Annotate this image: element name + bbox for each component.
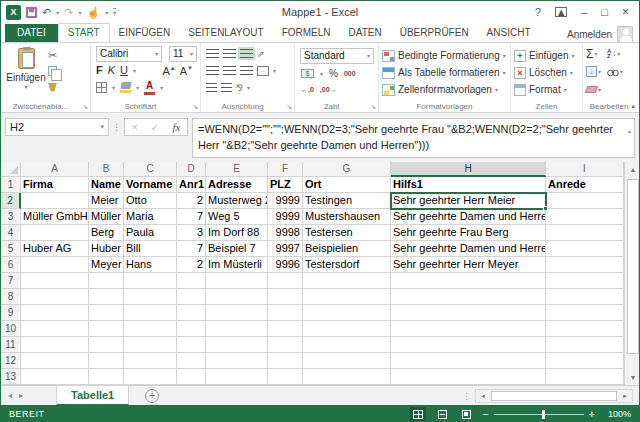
user-avatar-icon[interactable] [617, 26, 633, 42]
copy-icon[interactable] [48, 66, 57, 76]
sign-in-area[interactable]: Anmelden [567, 26, 639, 42]
cells-button-einfügen[interactable]: +Einfügen▾ [514, 47, 579, 64]
tab-überprüfen[interactable]: ÜBERPRÜFEN [391, 24, 478, 42]
orientation-icon[interactable]: ⇗ [257, 49, 265, 59]
minimize-button[interactable]: – [581, 7, 587, 18]
autosum-button[interactable]: Σ▾ [586, 47, 601, 60]
column-header-b[interactable]: B [89, 162, 124, 177]
cell-d12[interactable] [177, 353, 206, 369]
save-icon[interactable] [26, 7, 37, 18]
paste-dropdown-icon[interactable]: ▾ [24, 83, 27, 90]
scroll-right-icon[interactable]: ▸ [618, 392, 632, 400]
cell-c8[interactable] [124, 289, 177, 305]
cell-h3[interactable]: Sehr geehrte Damen und Herren [391, 209, 546, 225]
vertical-scroll-thumb[interactable] [627, 179, 639, 354]
cell-e10[interactable] [206, 321, 268, 337]
font-color-dropdown-icon[interactable]: ▾ [160, 84, 163, 91]
zoom-slider[interactable] [494, 414, 584, 415]
grow-font-button[interactable]: A▲ [162, 65, 175, 77]
column-header-c[interactable]: C [124, 162, 177, 177]
row-header-9[interactable]: 9 [1, 305, 21, 321]
dialog-launcher-icon[interactable]: ↘ [286, 103, 292, 111]
cell-e4[interactable]: Im Dorf 88 [206, 225, 268, 241]
cell-e3[interactable]: Weg 5 [206, 209, 268, 225]
cell-i2[interactable] [546, 193, 624, 209]
formula-bar-collapse-icon[interactable]: ▴ [628, 123, 631, 139]
cell-g2[interactable]: Testingen [303, 193, 391, 209]
zoom-slider-thumb[interactable] [542, 410, 545, 419]
cell-i4[interactable] [546, 225, 624, 241]
row-header-3[interactable]: 3 [1, 209, 21, 225]
increase-indent-icon[interactable] [221, 83, 232, 92]
zoom-level-label[interactable]: 100% [603, 409, 631, 419]
cell-f11[interactable] [268, 337, 303, 353]
cell-g1[interactable]: Ort [303, 177, 391, 193]
tab-scroll-splitter[interactable]: ⋮ [462, 391, 471, 401]
align-top-icon[interactable] [206, 49, 219, 58]
font-size-select[interactable]: 11▾ [169, 46, 197, 62]
cell-e6[interactable]: Im Müsterli [206, 257, 268, 273]
view-page-layout-button[interactable] [434, 407, 450, 421]
cell-a2[interactable] [21, 193, 89, 209]
cell-e2[interactable]: Musterweg 2 [206, 193, 268, 209]
align-middle-icon[interactable] [223, 49, 236, 58]
scroll-down-icon[interactable]: ▼ [625, 370, 640, 385]
clear-button[interactable]: ▾ [586, 83, 601, 96]
cell-b13[interactable] [89, 369, 124, 385]
cell-a7[interactable] [21, 273, 89, 289]
cell-i1[interactable]: Anrede [546, 177, 624, 193]
align-center-icon[interactable] [223, 66, 236, 75]
align-left-icon[interactable] [206, 66, 219, 75]
align-right-icon[interactable] [240, 66, 253, 75]
dialog-launcher-icon[interactable]: ↘ [192, 103, 198, 111]
row-header-1[interactable]: 1 [1, 177, 21, 193]
fill-color-icon[interactable] [120, 82, 131, 93]
cell-d3[interactable]: 7 [177, 209, 206, 225]
scroll-left-icon[interactable]: ◂ [476, 392, 490, 400]
cell-a11[interactable] [21, 337, 89, 353]
cell-i5[interactable] [546, 241, 624, 257]
accounting-dropdown-icon[interactable]: ▾ [320, 70, 323, 77]
style-dropdown-icon[interactable]: ▾ [503, 52, 506, 59]
sign-in-label[interactable]: Anmelden [567, 29, 612, 40]
cell-g4[interactable]: Testersen [303, 225, 391, 241]
style-button-2[interactable]: Als Tabelle formatieren▾ [382, 64, 507, 81]
cell-h8[interactable] [391, 289, 546, 305]
undo-icon[interactable]: ↶ [42, 7, 51, 18]
wrap-text-icon[interactable]: ⅋ [236, 83, 243, 93]
cell-f1[interactable]: PLZ [268, 177, 303, 193]
cell-h6[interactable]: Sehr geehrter Herr Meyer [391, 257, 546, 273]
tab-formeln[interactable]: FORMELN [273, 24, 340, 42]
dialog-launcher-icon[interactable]: ↘ [370, 103, 376, 111]
cell-g9[interactable] [303, 305, 391, 321]
collapse-ribbon-icon[interactable]: ▴ [631, 102, 635, 110]
cell-c10[interactable] [124, 321, 177, 337]
cell-d10[interactable] [177, 321, 206, 337]
horizontal-scroll-thumb[interactable] [491, 391, 617, 401]
cell-d11[interactable] [177, 337, 206, 353]
style-button-3[interactable]: Zellenformatvorlagen▾ [382, 81, 507, 98]
number-format-select[interactable]: Standard▾ [300, 48, 374, 64]
paste-button[interactable]: Einfügen ▾ [4, 45, 48, 100]
cell-d7[interactable] [177, 273, 206, 289]
cell-c11[interactable] [124, 337, 177, 353]
cell-d13[interactable] [177, 369, 206, 385]
cell-a1[interactable]: Firma [21, 177, 89, 193]
cells-button-format[interactable]: Format▾ [514, 81, 579, 98]
cell-f9[interactable] [268, 305, 303, 321]
cell-g13[interactable] [303, 369, 391, 385]
column-header-a[interactable]: A [21, 162, 89, 177]
cell-b7[interactable] [89, 273, 124, 289]
cell-h9[interactable] [391, 305, 546, 321]
row-header-6[interactable]: 6 [1, 257, 21, 273]
underline-button[interactable]: U [120, 65, 128, 76]
insert-function-icon[interactable]: fx [172, 121, 180, 133]
style-dropdown-icon[interactable]: ▾ [495, 86, 498, 93]
cell-b2[interactable]: Meier [89, 193, 124, 209]
cell-i12[interactable] [546, 353, 624, 369]
sheet-nav-right-icon[interactable]: ▸ [19, 391, 30, 400]
cell-a10[interactable] [21, 321, 89, 337]
column-header-d[interactable]: D [177, 162, 206, 177]
cell-i8[interactable] [546, 289, 624, 305]
cell-d2[interactable]: 2 [177, 193, 206, 209]
